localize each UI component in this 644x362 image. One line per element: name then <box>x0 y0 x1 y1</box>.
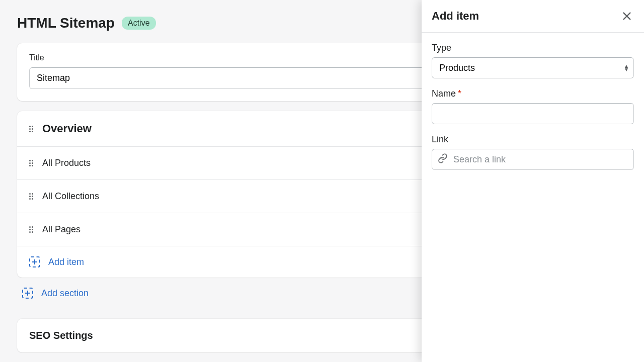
link-icon <box>438 153 448 165</box>
link-input[interactable] <box>432 149 634 170</box>
add-icon <box>29 256 40 267</box>
close-button[interactable] <box>620 9 634 23</box>
list-item-label: All Pages <box>42 224 80 235</box>
type-select[interactable]: Products <box>432 57 634 78</box>
list-item-label: All Products <box>42 158 91 168</box>
drag-handle-icon[interactable] <box>29 160 34 166</box>
drag-handle-icon[interactable] <box>29 226 34 233</box>
name-input[interactable] <box>432 103 634 124</box>
panel-body: Type Products ▴▾ Name* Link <box>422 33 644 180</box>
panel-title: Add item <box>432 10 479 23</box>
drag-handle-icon[interactable] <box>29 193 34 200</box>
list-item-label: All Collections <box>42 191 99 202</box>
page-title: HTML Sitemap <box>17 15 115 31</box>
type-label: Type <box>432 43 634 53</box>
add-icon <box>22 288 33 299</box>
add-section-label: Add section <box>41 288 89 299</box>
type-field: Type Products ▴▾ <box>432 43 634 78</box>
panel-header: Add item <box>422 0 644 33</box>
required-indicator: * <box>458 88 461 99</box>
status-badge: Active <box>122 17 156 30</box>
name-label: Name* <box>432 88 634 99</box>
drag-handle-icon[interactable] <box>29 126 34 132</box>
link-label: Link <box>432 134 634 145</box>
add-item-label: Add item <box>48 257 84 267</box>
section-title: Overview <box>42 122 92 135</box>
name-field: Name* <box>432 88 634 124</box>
link-field: Link <box>432 134 634 170</box>
add-item-panel: Add item Type Products ▴▾ Name* <box>422 0 644 362</box>
close-icon <box>621 11 632 22</box>
